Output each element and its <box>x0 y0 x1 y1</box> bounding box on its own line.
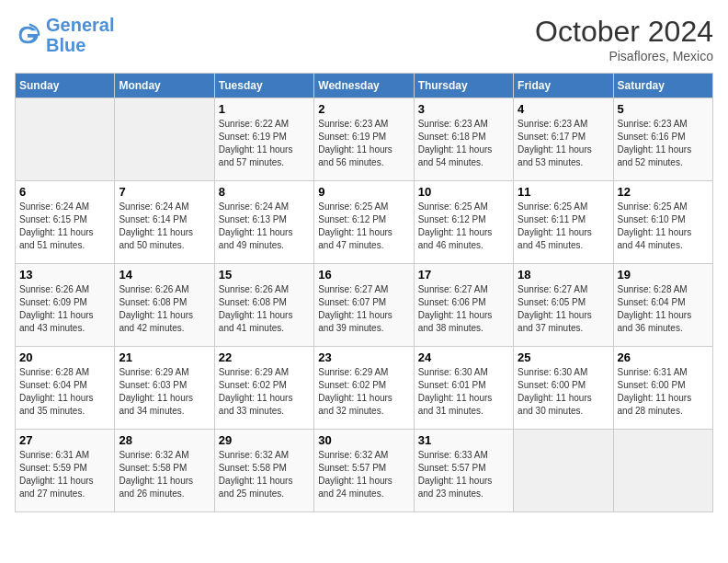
calendar-week-4: 27Sunrise: 6:31 AMSunset: 5:59 PMDayligh… <box>16 430 713 512</box>
page-header: General Blue October 2024 Pisaflores, Me… <box>15 15 713 63</box>
calendar-cell-4-2: 29Sunrise: 6:32 AMSunset: 5:58 PMDayligh… <box>214 430 313 512</box>
day-number: 21 <box>119 350 210 364</box>
day-number: 2 <box>318 102 409 116</box>
cell-info: Sunrise: 6:33 AMSunset: 5:57 PMDaylight:… <box>418 449 509 500</box>
calendar-cell-1-2: 8Sunrise: 6:24 AMSunset: 6:13 PMDaylight… <box>214 181 313 264</box>
month-title: October 2024 <box>535 15 713 49</box>
calendar-header-row: SundayMondayTuesdayWednesdayThursdayFrid… <box>16 74 713 98</box>
cell-info: Sunrise: 6:23 AMSunset: 6:16 PMDaylight:… <box>618 118 709 169</box>
calendar-cell-3-6: 26Sunrise: 6:31 AMSunset: 6:00 PMDayligh… <box>613 347 712 430</box>
day-number: 10 <box>418 185 509 199</box>
day-number: 9 <box>318 185 409 199</box>
calendar-cell-4-6 <box>613 430 712 512</box>
calendar-cell-0-1 <box>115 98 214 181</box>
day-number: 13 <box>19 268 110 282</box>
calendar-cell-1-6: 12Sunrise: 6:25 AMSunset: 6:10 PMDayligh… <box>613 181 712 264</box>
day-number: 22 <box>219 350 310 364</box>
header-tuesday: Tuesday <box>214 74 313 98</box>
header-thursday: Thursday <box>414 74 513 98</box>
cell-info: Sunrise: 6:29 AMSunset: 6:02 PMDaylight:… <box>219 366 310 418</box>
day-number: 14 <box>119 268 210 282</box>
cell-info: Sunrise: 6:23 AMSunset: 6:17 PMDaylight:… <box>518 118 609 169</box>
cell-info: Sunrise: 6:24 AMSunset: 6:13 PMDaylight:… <box>219 201 310 252</box>
calendar-week-1: 6Sunrise: 6:24 AMSunset: 6:15 PMDaylight… <box>16 181 713 264</box>
calendar-cell-0-0 <box>16 98 115 181</box>
calendar-week-0: 1Sunrise: 6:22 AMSunset: 6:19 PMDaylight… <box>16 98 713 181</box>
cell-info: Sunrise: 6:27 AMSunset: 6:05 PMDaylight:… <box>518 283 609 335</box>
cell-info: Sunrise: 6:23 AMSunset: 6:18 PMDaylight:… <box>418 118 509 169</box>
day-number: 17 <box>418 268 509 282</box>
header-wednesday: Wednesday <box>314 74 414 98</box>
logo-text: General Blue <box>46 15 114 55</box>
calendar-cell-4-0: 27Sunrise: 6:31 AMSunset: 5:59 PMDayligh… <box>16 430 115 512</box>
day-number: 30 <box>318 433 409 447</box>
location: Pisaflores, Mexico <box>535 49 713 63</box>
cell-info: Sunrise: 6:32 AMSunset: 5:58 PMDaylight:… <box>119 449 210 500</box>
cell-info: Sunrise: 6:25 AMSunset: 6:10 PMDaylight:… <box>618 201 709 252</box>
logo-icon <box>15 22 40 48</box>
title-block: October 2024 Pisaflores, Mexico <box>535 15 713 63</box>
calendar-cell-0-2: 1Sunrise: 6:22 AMSunset: 6:19 PMDaylight… <box>214 98 313 181</box>
calendar-cell-1-5: 11Sunrise: 6:25 AMSunset: 6:11 PMDayligh… <box>514 181 613 264</box>
calendar-cell-1-1: 7Sunrise: 6:24 AMSunset: 6:14 PMDaylight… <box>115 181 214 264</box>
cell-info: Sunrise: 6:31 AMSunset: 5:59 PMDaylight:… <box>19 449 110 500</box>
calendar-cell-0-4: 3Sunrise: 6:23 AMSunset: 6:18 PMDaylight… <box>414 98 513 181</box>
calendar-cell-1-0: 6Sunrise: 6:24 AMSunset: 6:15 PMDaylight… <box>16 181 115 264</box>
calendar-cell-3-0: 20Sunrise: 6:28 AMSunset: 6:04 PMDayligh… <box>16 347 115 430</box>
logo: General Blue <box>15 15 114 55</box>
cell-info: Sunrise: 6:27 AMSunset: 6:06 PMDaylight:… <box>418 283 509 335</box>
calendar-cell-2-1: 14Sunrise: 6:26 AMSunset: 6:08 PMDayligh… <box>115 264 214 347</box>
cell-info: Sunrise: 6:32 AMSunset: 5:58 PMDaylight:… <box>219 449 310 500</box>
calendar-cell-1-3: 9Sunrise: 6:25 AMSunset: 6:12 PMDaylight… <box>314 181 414 264</box>
calendar-cell-3-5: 25Sunrise: 6:30 AMSunset: 6:00 PMDayligh… <box>514 347 613 430</box>
cell-info: Sunrise: 6:22 AMSunset: 6:19 PMDaylight:… <box>219 118 310 169</box>
calendar-cell-2-5: 18Sunrise: 6:27 AMSunset: 6:05 PMDayligh… <box>514 264 613 347</box>
day-number: 1 <box>219 102 310 116</box>
cell-info: Sunrise: 6:26 AMSunset: 6:08 PMDaylight:… <box>119 283 210 335</box>
cell-info: Sunrise: 6:26 AMSunset: 6:09 PMDaylight:… <box>19 283 110 335</box>
day-number: 28 <box>119 433 210 447</box>
day-number: 5 <box>618 102 709 116</box>
day-number: 6 <box>19 185 110 199</box>
day-number: 12 <box>618 185 709 199</box>
cell-info: Sunrise: 6:25 AMSunset: 6:12 PMDaylight:… <box>318 201 409 252</box>
calendar-cell-2-4: 17Sunrise: 6:27 AMSunset: 6:06 PMDayligh… <box>414 264 513 347</box>
cell-info: Sunrise: 6:24 AMSunset: 6:14 PMDaylight:… <box>119 201 210 252</box>
calendar-cell-1-4: 10Sunrise: 6:25 AMSunset: 6:12 PMDayligh… <box>414 181 513 264</box>
calendar-week-3: 20Sunrise: 6:28 AMSunset: 6:04 PMDayligh… <box>16 347 713 430</box>
calendar-cell-2-0: 13Sunrise: 6:26 AMSunset: 6:09 PMDayligh… <box>16 264 115 347</box>
calendar-week-2: 13Sunrise: 6:26 AMSunset: 6:09 PMDayligh… <box>16 264 713 347</box>
header-saturday: Saturday <box>613 74 712 98</box>
day-number: 24 <box>418 350 509 364</box>
cell-info: Sunrise: 6:25 AMSunset: 6:12 PMDaylight:… <box>418 201 509 252</box>
cell-info: Sunrise: 6:30 AMSunset: 6:00 PMDaylight:… <box>518 366 609 418</box>
cell-info: Sunrise: 6:29 AMSunset: 6:03 PMDaylight:… <box>119 366 210 418</box>
cell-info: Sunrise: 6:25 AMSunset: 6:11 PMDaylight:… <box>518 201 609 252</box>
calendar-cell-0-6: 5Sunrise: 6:23 AMSunset: 6:16 PMDaylight… <box>613 98 712 181</box>
cell-info: Sunrise: 6:31 AMSunset: 6:00 PMDaylight:… <box>618 366 709 418</box>
calendar-cell-2-6: 19Sunrise: 6:28 AMSunset: 6:04 PMDayligh… <box>613 264 712 347</box>
calendar-cell-4-1: 28Sunrise: 6:32 AMSunset: 5:58 PMDayligh… <box>115 430 214 512</box>
day-number: 29 <box>219 433 310 447</box>
header-monday: Monday <box>115 74 214 98</box>
day-number: 31 <box>418 433 509 447</box>
calendar-cell-2-2: 15Sunrise: 6:26 AMSunset: 6:08 PMDayligh… <box>214 264 313 347</box>
logo-general: General <box>46 15 114 35</box>
calendar-table: SundayMondayTuesdayWednesdayThursdayFrid… <box>15 73 713 512</box>
day-number: 3 <box>418 102 509 116</box>
cell-info: Sunrise: 6:28 AMSunset: 6:04 PMDaylight:… <box>19 366 110 418</box>
day-number: 4 <box>518 102 609 116</box>
calendar-cell-2-3: 16Sunrise: 6:27 AMSunset: 6:07 PMDayligh… <box>314 264 414 347</box>
calendar-cell-4-4: 31Sunrise: 6:33 AMSunset: 5:57 PMDayligh… <box>414 430 513 512</box>
header-sunday: Sunday <box>16 74 115 98</box>
cell-info: Sunrise: 6:28 AMSunset: 6:04 PMDaylight:… <box>618 283 709 335</box>
header-friday: Friday <box>514 74 613 98</box>
cell-info: Sunrise: 6:29 AMSunset: 6:02 PMDaylight:… <box>318 366 409 418</box>
day-number: 23 <box>318 350 409 364</box>
calendar-cell-3-1: 21Sunrise: 6:29 AMSunset: 6:03 PMDayligh… <box>115 347 214 430</box>
calendar-cell-0-3: 2Sunrise: 6:23 AMSunset: 6:19 PMDaylight… <box>314 98 414 181</box>
cell-info: Sunrise: 6:26 AMSunset: 6:08 PMDaylight:… <box>219 283 310 335</box>
day-number: 16 <box>318 268 409 282</box>
calendar-cell-3-3: 23Sunrise: 6:29 AMSunset: 6:02 PMDayligh… <box>314 347 414 430</box>
day-number: 15 <box>219 268 310 282</box>
